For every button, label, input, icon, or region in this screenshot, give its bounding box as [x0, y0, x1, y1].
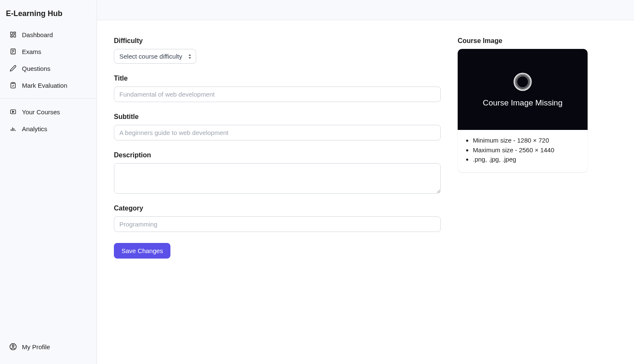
mark-evaluation-icon	[9, 81, 17, 89]
image-requirement-item: .png, .jpg, .jpeg	[473, 155, 582, 164]
sidebar: E-Learning Hub Dashboard Exams	[0, 0, 97, 364]
description-input[interactable]	[114, 163, 441, 194]
dashboard-icon	[9, 31, 17, 38]
sidebar-item-label: My Profile	[22, 343, 50, 351]
analytics-icon	[9, 125, 17, 132]
spinner-icon	[512, 71, 533, 92]
sidebar-item-analytics[interactable]: Analytics	[0, 121, 97, 137]
sidebar-item-label: Dashboard	[22, 31, 53, 38]
nav-section-primary: Dashboard Exams Questions	[0, 27, 97, 93]
subtitle-input[interactable]	[114, 125, 441, 140]
form-group-subtitle: Subtitle	[114, 113, 441, 140]
form-group-title: Title	[114, 75, 441, 102]
main-content: Difficulty Select course difficulty Titl…	[97, 0, 634, 364]
profile-icon	[9, 343, 17, 351]
save-changes-button[interactable]: Save Changes	[114, 243, 170, 259]
image-column: Course Image Course Image Missing Minimu…	[458, 37, 588, 259]
sidebar-item-questions[interactable]: Questions	[0, 60, 97, 76]
course-image-heading: Course Image	[458, 37, 588, 45]
sidebar-item-dashboard[interactable]: Dashboard	[0, 27, 97, 43]
svg-point-16	[12, 345, 14, 347]
svg-rect-8	[12, 82, 14, 84]
form-group-difficulty: Difficulty Select course difficulty	[114, 37, 441, 64]
course-image-placeholder[interactable]: Course Image Missing	[458, 49, 588, 130]
questions-icon	[9, 65, 17, 72]
description-label: Description	[114, 151, 441, 159]
svg-rect-0	[11, 32, 13, 35]
nav-divider	[0, 98, 97, 99]
course-image-card: Course Image Missing Minimum size - 1280…	[458, 49, 588, 172]
svg-marker-10	[13, 111, 14, 113]
sidebar-item-label: Mark Evaluation	[22, 82, 67, 89]
svg-point-18	[515, 75, 530, 89]
sidebar-footer: My Profile	[0, 339, 97, 355]
topbar	[97, 0, 634, 20]
svg-rect-3	[11, 36, 13, 37]
app-title: E-Learning Hub	[0, 9, 97, 27]
svg-rect-1	[13, 32, 16, 33]
sidebar-item-label: Your Courses	[22, 108, 60, 116]
sidebar-item-your-courses[interactable]: Your Courses	[0, 104, 97, 120]
play-icon	[9, 108, 17, 116]
sidebar-item-mark-evaluation[interactable]: Mark Evaluation	[0, 77, 97, 93]
category-input[interactable]	[114, 216, 441, 232]
sidebar-item-label: Questions	[22, 65, 51, 72]
title-input[interactable]	[114, 86, 441, 102]
exams-icon	[9, 48, 17, 55]
difficulty-label: Difficulty	[114, 37, 441, 45]
form-group-category: Category	[114, 205, 441, 232]
sidebar-item-label: Exams	[22, 48, 41, 55]
sidebar-item-exams[interactable]: Exams	[0, 43, 97, 59]
svg-point-19	[517, 76, 529, 88]
category-label: Category	[114, 205, 441, 212]
title-label: Title	[114, 75, 441, 82]
image-missing-text: Course Image Missing	[483, 98, 562, 108]
image-requirement-item: Maximum size - 2560 × 1440	[473, 146, 582, 155]
content-area: Difficulty Select course difficulty Titl…	[97, 20, 634, 275]
image-requirement-item: Minimum size - 1280 × 720	[473, 136, 582, 146]
form-column: Difficulty Select course difficulty Titl…	[114, 37, 441, 259]
nav-section-secondary: Your Courses Analytics	[0, 104, 97, 137]
image-requirements-list: Minimum size - 1280 × 720 Maximum size -…	[458, 130, 588, 172]
form-group-description: Description	[114, 151, 441, 194]
difficulty-select[interactable]: Select course difficulty	[114, 49, 196, 64]
difficulty-select-wrapper: Select course difficulty	[114, 49, 196, 64]
svg-rect-2	[13, 35, 16, 37]
sidebar-item-my-profile[interactable]: My Profile	[0, 339, 97, 355]
subtitle-label: Subtitle	[114, 113, 441, 121]
sidebar-item-label: Analytics	[22, 125, 47, 132]
